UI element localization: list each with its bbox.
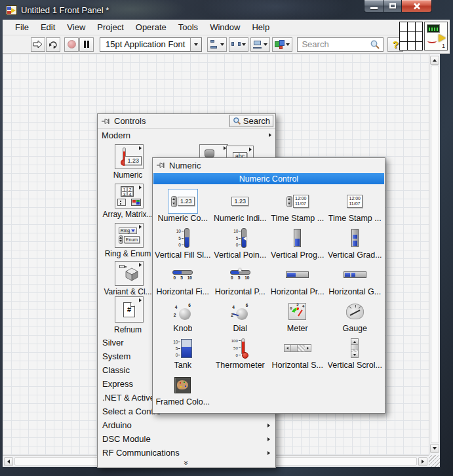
maximize-button[interactable] <box>384 0 402 12</box>
scroll-right-button[interactable] <box>418 457 427 466</box>
menu-file[interactable]: File <box>9 20 35 34</box>
controls-palette-header[interactable]: Controls Search <box>98 114 275 129</box>
palette-item-horizontal-progress-bar[interactable]: Horizontal Pr... <box>269 261 326 298</box>
vertical-pointer-slide-icon: 1050 <box>233 228 246 248</box>
resize-objects-button[interactable] <box>250 37 270 52</box>
submenu-arrow-icon <box>139 186 142 189</box>
expand-more-button[interactable]: » <box>98 458 275 467</box>
palette-item-dial[interactable]: 246 Dial <box>212 298 269 334</box>
abort-button[interactable] <box>64 37 79 52</box>
palette-item-ring-enum-category[interactable]: Ring Enum <box>115 223 144 248</box>
run-continuously-button[interactable] <box>46 37 60 52</box>
menu-bar: File Edit View Project Operate Tools Win… <box>3 20 450 35</box>
align-objects-button[interactable] <box>207 37 227 52</box>
palette-item-variant-category[interactable] <box>115 261 144 286</box>
knob-icon: 246 <box>172 304 193 320</box>
menu-window[interactable]: Window <box>204 20 246 34</box>
menu-view[interactable]: View <box>61 20 91 34</box>
palette-item-label: Ring & Enum <box>99 249 157 258</box>
vi-icon[interactable]: 1 <box>424 22 448 50</box>
palette-item-framed-color-box[interactable]: Framed Colo... <box>154 371 212 408</box>
search-placeholder: Search <box>298 39 370 49</box>
corner-icons: 1 <box>399 22 448 50</box>
meter-icon: 024 <box>288 303 306 320</box>
menu-tools[interactable]: Tools <box>172 20 204 34</box>
palette-item-vertical-scrollbar[interactable]: Vertical Scrol... <box>326 334 384 371</box>
help-icon: ? <box>393 39 399 50</box>
palette-item-horizontal-scrollbar[interactable]: Horizontal S... <box>269 334 326 371</box>
palette-item-time-stamp-indicator[interactable]: 12:0011/07 Time Stamp ... <box>326 188 384 224</box>
submenu-arrow-icon <box>139 298 142 302</box>
palette-item-knob[interactable]: 246 Knob <box>154 298 212 334</box>
distribute-objects-button[interactable] <box>229 37 248 52</box>
font-selector[interactable]: 15pt Application Font <box>100 37 202 52</box>
search-input[interactable]: Search <box>297 37 384 52</box>
horizontal-graduated-bar-icon <box>344 271 366 278</box>
palette-item-refnum-category[interactable]: # <box>115 296 144 323</box>
numeric-palette-header[interactable]: Numeric <box>153 158 385 172</box>
palette-item-label: Array, Matrix... <box>99 210 157 219</box>
category-arduino[interactable]: Arduino <box>98 418 275 432</box>
palette-item-tank[interactable]: 1050 Tank <box>154 334 212 371</box>
palette-item-horizontal-pointer-slide[interactable]: 0510 Horizontal P... <box>212 261 269 298</box>
horizontal-progress-bar-icon <box>286 271 309 278</box>
dial-icon: 246 <box>229 304 250 320</box>
scroll-up-button[interactable] <box>430 56 439 65</box>
font-selector-dropdown[interactable] <box>190 38 201 51</box>
alignment-grid-icon[interactable] <box>399 22 423 50</box>
palette-item-numeric-control[interactable]: 1.23 Numeric Co... <box>154 188 212 224</box>
palette-item-horizontal-graduated-bar[interactable]: Horizontal G... <box>326 261 384 298</box>
palette-item-array-category[interactable]: 12 34 <box>115 184 144 208</box>
horizontal-pointer-slide-icon: 0510 <box>230 270 250 280</box>
category-dsc-module[interactable]: DSC Module <box>98 432 275 446</box>
vertical-scrollbar-thumb[interactable] <box>431 66 439 443</box>
pause-button[interactable] <box>79 37 94 52</box>
palette-item-numeric-indicator[interactable]: 1.23 Numeric Indi... <box>212 188 269 224</box>
scroll-left-button[interactable] <box>4 457 13 466</box>
submenu-arrow-icon <box>267 451 270 455</box>
palette-item-gauge[interactable]: Gauge <box>326 298 384 334</box>
palette-item-numeric-category[interactable]: 1.23 <box>115 144 144 169</box>
palette-item-vertical-graduated-bar[interactable]: Vertical Grad... <box>326 224 384 261</box>
font-selector-value: 15pt Application Font <box>100 38 190 51</box>
palette-item-time-stamp-control[interactable]: 12:0011/07 Time Stamp ... <box>269 188 326 224</box>
numeric-control-icon: 1.23 <box>171 196 195 207</box>
resize-objects-icon <box>253 40 262 49</box>
palette-item-thermometer[interactable]: 100500 Thermometer <box>212 334 269 371</box>
category-modern[interactable]: Modern <box>98 129 275 142</box>
time-stamp-control-icon: 12:0011/07 <box>286 195 309 208</box>
vi-icon-wire <box>427 39 437 43</box>
resize-grip[interactable] <box>429 455 440 467</box>
vertical-scrollbar-icon <box>351 338 359 358</box>
submenu-arrow-icon <box>267 424 270 427</box>
minimize-button[interactable] <box>364 0 384 12</box>
palette-search-button[interactable]: Search <box>229 115 273 127</box>
title-bar[interactable]: Untitled 1 Front Panel * <box>0 0 453 20</box>
vi-icon-arrow <box>439 34 446 42</box>
menu-edit[interactable]: Edit <box>35 20 61 34</box>
distribute-objects-icon <box>231 40 241 49</box>
search-icon <box>370 39 380 50</box>
numeric-palette-grid: 1.23 Numeric Co... 1.23 Numeric Indi... … <box>154 188 384 408</box>
reorder-button[interactable] <box>272 37 292 52</box>
menu-operate[interactable]: Operate <box>130 20 172 34</box>
vi-icon-number: 1 <box>442 43 445 49</box>
palette-item-vertical-fill-slide[interactable]: 1050 Vertical Fill Sl... <box>154 224 212 261</box>
menu-help[interactable]: Help <box>246 20 275 34</box>
vertical-progress-bar-icon <box>294 229 301 247</box>
palette-search-icon <box>233 117 241 125</box>
palette-item-vertical-progress-bar[interactable]: Vertical Prog... <box>269 224 326 261</box>
labview-window: Untitled 1 Front Panel * File Edit View … <box>0 0 453 476</box>
close-button[interactable] <box>402 0 432 12</box>
scroll-down-button[interactable] <box>430 444 439 453</box>
run-button[interactable] <box>31 37 45 52</box>
toolbar: 15pt Application Font Search <box>3 35 450 54</box>
vertical-scrollbar[interactable] <box>429 54 440 455</box>
vi-icon-chart <box>427 24 440 33</box>
palette-item-horizontal-fill-slide[interactable]: 0510 Horizontal Fi... <box>154 261 212 298</box>
palette-item-vertical-pointer-slide[interactable]: 1050 Vertical Poin... <box>212 224 269 261</box>
align-objects-icon <box>210 40 219 49</box>
menu-project[interactable]: Project <box>91 20 129 34</box>
time-stamp-indicator-icon: 12:0011/07 <box>347 195 363 208</box>
palette-item-meter[interactable]: 024 Meter <box>269 298 326 334</box>
